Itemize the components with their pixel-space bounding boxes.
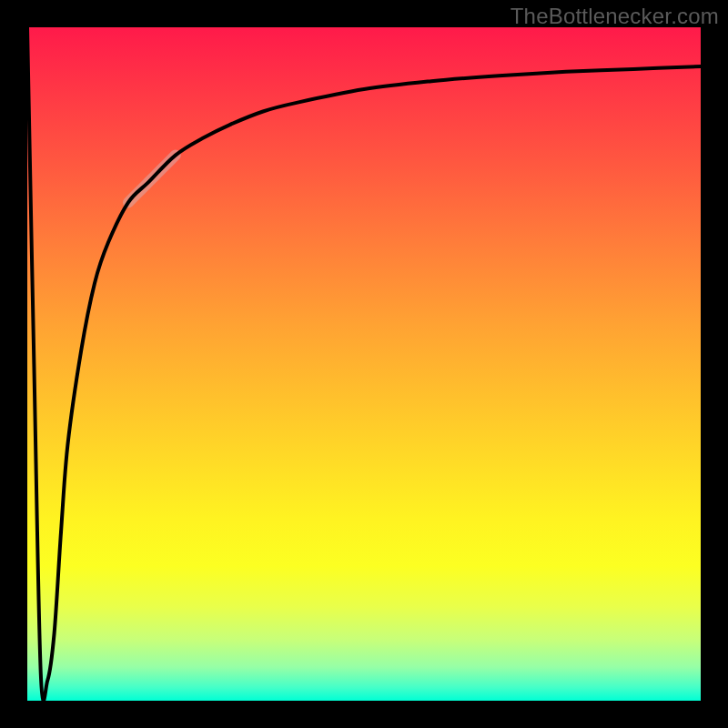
watermark-text: TheBottlenecker.com [511, 4, 719, 29]
curve-layer [27, 27, 701, 701]
bottleneck-curve [27, 27, 701, 701]
chart-frame: TheBottlenecker.com [0, 0, 728, 728]
plot-area [27, 27, 701, 701]
